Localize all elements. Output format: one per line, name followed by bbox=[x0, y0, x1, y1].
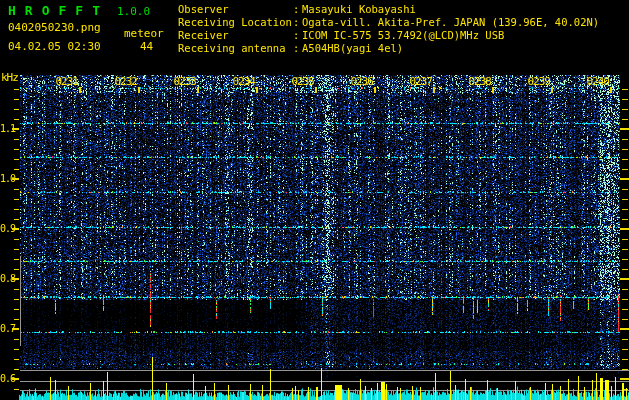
freq-tick-label: 0.7 bbox=[0, 323, 15, 334]
info-value: A504HB(yagi 4el) bbox=[302, 42, 403, 54]
info-label: Receiving antenna bbox=[178, 42, 285, 54]
info-value: ICOM IC-575 53.7492(@LCD)MHz USB bbox=[302, 29, 504, 41]
info-value: Masayuki Kobayashi bbox=[302, 3, 416, 15]
time-tick-label: 0231 bbox=[52, 75, 78, 88]
info-label: Observer bbox=[178, 3, 229, 15]
spectrogram-canvas bbox=[0, 0, 629, 400]
time-tick-label: 0239 bbox=[524, 75, 550, 88]
info-value: Ogata-vill. Akita-Pref. JAPAN (139.96E, … bbox=[302, 16, 599, 28]
info-row-observer: Observer : Masayuki Kobayashi bbox=[178, 3, 628, 16]
freq-axis-unit: kHz bbox=[1, 71, 18, 84]
info-colon: : bbox=[293, 16, 299, 28]
app-version: 1.0.0 bbox=[117, 5, 150, 18]
output-filename: 0402050230.png bbox=[8, 21, 101, 34]
info-label: Receiver bbox=[178, 29, 229, 41]
freq-tick-label: 1.0 bbox=[0, 173, 15, 184]
freq-tick-label: 0.8 bbox=[0, 273, 15, 284]
info-row-location: Receiving Location : Ogata-vill. Akita-P… bbox=[178, 16, 628, 29]
time-tick-label: 0236 bbox=[347, 75, 373, 88]
time-tick-label: 0232 bbox=[111, 75, 137, 88]
time-tick-label: 0237 bbox=[406, 75, 432, 88]
info-row-antenna: Receiving antenna : A504HB(yagi 4el) bbox=[178, 42, 628, 55]
datetime-label: 04.02.05 02:30 bbox=[8, 40, 101, 53]
time-tick-label: 0233 bbox=[170, 75, 196, 88]
meteor-count: 44 bbox=[140, 40, 153, 53]
info-colon: : bbox=[293, 42, 299, 54]
mode-label: meteor bbox=[124, 27, 164, 40]
freq-tick-label: 0.9 bbox=[0, 223, 15, 234]
info-colon: : bbox=[293, 29, 299, 41]
freq-tick-label: 0.6 bbox=[0, 373, 15, 384]
station-info: Observer : Masayuki Kobayashi Receiving … bbox=[178, 3, 628, 55]
info-colon: : bbox=[293, 3, 299, 15]
info-label: Receiving Location bbox=[178, 16, 292, 28]
time-tick-label: 0238 bbox=[465, 75, 491, 88]
time-tick-label: 0234 bbox=[229, 75, 255, 88]
info-row-receiver: Receiver : ICOM IC-575 53.7492(@LCD)MHz … bbox=[178, 29, 628, 42]
app-title: HROFFT bbox=[8, 3, 109, 18]
time-tick-label: 0235 bbox=[288, 75, 314, 88]
freq-tick-label: 1.1 bbox=[0, 123, 15, 134]
time-tick-label: 0240 bbox=[583, 75, 609, 88]
hrofft-output-image: HROFFT 1.0.0 0402050230.png meteor 04.02… bbox=[0, 0, 629, 400]
